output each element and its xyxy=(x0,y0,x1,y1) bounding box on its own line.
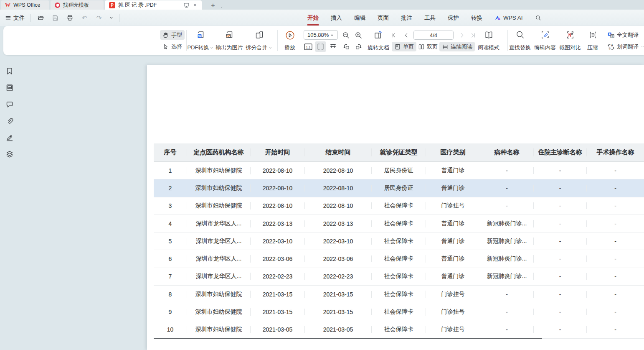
attachments-panel-icon[interactable] xyxy=(5,117,14,125)
table-cell: 2021-03-15 xyxy=(251,309,305,315)
export-image-button[interactable]: 输出为图片 xyxy=(216,30,243,52)
wps-ai-button[interactable]: WPS AI xyxy=(494,15,523,21)
table-cell: - xyxy=(534,326,587,333)
book-icon xyxy=(484,30,494,41)
close-tab-icon[interactable]: × xyxy=(193,2,198,8)
pdf-convert-label: PDF转换 xyxy=(188,44,209,51)
table-row: 6深圳市龙华区人...2022-03-062022-03-06社会保障卡普通门诊… xyxy=(154,250,644,268)
svg-text:A: A xyxy=(611,43,613,47)
read-mode-label: 阅读模式 xyxy=(478,44,499,51)
actual-size-button[interactable]: 1:1 xyxy=(302,41,314,52)
table-cell: 8 xyxy=(154,291,187,298)
tab-docer-templates[interactable]: 找稻壳模板 xyxy=(51,0,104,10)
screenshot-compare-button[interactable]: 截图对比 xyxy=(559,30,581,52)
table-cell: 2021-03-15 xyxy=(305,291,372,298)
previous-page-button[interactable] xyxy=(401,30,411,41)
zoom-out-button[interactable] xyxy=(340,30,352,41)
first-page-button[interactable] xyxy=(388,30,398,41)
table-row: 1深圳市妇幼保健院2022-08-102022-08-10居民身份证普通门诊--… xyxy=(154,162,644,179)
table-cell: 深圳市龙华区人... xyxy=(187,255,251,263)
table-cell: - xyxy=(534,255,587,262)
first-page-icon xyxy=(390,32,397,38)
fit-width-button[interactable] xyxy=(315,41,326,52)
menu-tab-page[interactable]: 页面 xyxy=(378,14,389,22)
page-indicator-input[interactable] xyxy=(414,31,453,39)
bookmarks-panel-icon[interactable] xyxy=(5,67,14,75)
split-merge-icon xyxy=(254,30,264,40)
tab-list-chevron-icon[interactable] xyxy=(219,5,224,10)
tab-document-pdf[interactable]: P 就 医 记 录 .PDF × xyxy=(105,0,202,10)
table-cell: - xyxy=(480,185,534,192)
select-tool-button[interactable]: 选择 xyxy=(160,42,185,51)
menu-tab-protect[interactable]: 保护 xyxy=(448,14,459,22)
menu-tab-comment[interactable]: 批注 xyxy=(401,14,412,22)
annotation-pen-panel-icon[interactable] xyxy=(5,133,14,142)
layers-panel-icon[interactable] xyxy=(5,150,14,158)
redo-icon[interactable]: ↷ xyxy=(94,13,104,23)
table-header-cell: 住院主诊断名称 xyxy=(534,148,587,156)
single-page-button[interactable]: 单页 xyxy=(392,42,416,51)
play-button[interactable]: 播放 xyxy=(284,30,295,52)
save-button[interactable] xyxy=(51,13,60,23)
word-translate-button[interactable]: A 字 划词翻译 xyxy=(605,42,644,51)
menu-search-icon[interactable] xyxy=(535,15,542,21)
table-cell: 2022-03-06 xyxy=(251,255,305,262)
menu-tab-tools[interactable]: 工具 xyxy=(424,14,436,22)
menu-tab-edit[interactable]: 编辑 xyxy=(354,14,365,22)
full-text-translate-button[interactable]: A 字 全文翻译 xyxy=(605,30,641,40)
menu-tab-convert[interactable]: 转换 xyxy=(471,14,482,22)
split-merge-button[interactable]: 拆分合并 xyxy=(246,30,272,52)
table-cell: 社会保障卡 xyxy=(372,308,426,316)
menu-tab-insert[interactable]: 插入 xyxy=(331,14,342,22)
svg-text:W: W xyxy=(198,35,201,38)
table-cell: - xyxy=(587,202,644,209)
table-row: 8深圳市妇幼保健院2021-03-152021-03-15社会保障卡门诊挂号--… xyxy=(154,286,644,303)
table-cell: 深圳市妇幼保健院 xyxy=(187,326,251,333)
pdf-convert-button[interactable]: W PDF转换 xyxy=(188,30,214,52)
table-cell: 10 xyxy=(154,326,187,333)
separator xyxy=(119,14,119,22)
table-cell: 2022-02-23 xyxy=(305,273,372,280)
file-menu-label: 文件 xyxy=(13,14,25,22)
zoom-in-button[interactable] xyxy=(352,30,364,41)
read-mode-button[interactable]: 阅读模式 xyxy=(476,30,501,52)
new-tab-button[interactable]: + xyxy=(209,1,217,10)
table-cell: 2021-03-05 xyxy=(305,326,372,333)
comments-panel-icon[interactable] xyxy=(5,100,14,109)
table-cell: 门诊挂号 xyxy=(426,291,480,298)
menu-tab-home[interactable]: 开始 xyxy=(307,14,319,22)
find-replace-button[interactable]: 查找替换 xyxy=(509,30,531,52)
rotate-left-button[interactable] xyxy=(341,41,352,52)
thumbnails-panel-icon[interactable] xyxy=(5,84,14,92)
open-file-button[interactable] xyxy=(36,13,45,23)
rotate-right-button[interactable] xyxy=(353,41,364,52)
table-row: 5深圳市龙华区人...2022-03-102022-03-10社会保障卡普通门诊… xyxy=(154,232,644,250)
table-cell: 普通门诊 xyxy=(426,167,480,174)
rotate-document-button[interactable]: 旋转文档 xyxy=(368,30,389,52)
table-row: 4深圳市龙华区人...2022-03-132022-03-13社会保障卡普通门诊… xyxy=(154,215,644,232)
select-tool-label: 选择 xyxy=(171,43,182,51)
table-cell: 2022-08-10 xyxy=(305,167,372,174)
table-cell: 7 xyxy=(154,273,187,280)
table-cell: 普通门诊 xyxy=(426,184,480,192)
edit-content-button[interactable]: 编辑内容 xyxy=(534,30,556,52)
monitor-icon[interactable] xyxy=(183,2,190,8)
quick-access-chevron-icon[interactable] xyxy=(109,15,114,20)
print-button[interactable] xyxy=(65,13,74,23)
zoom-level-input[interactable] xyxy=(307,32,330,38)
next-page-button[interactable] xyxy=(457,30,467,41)
fit-page-button[interactable] xyxy=(327,41,339,52)
chevron-down-icon xyxy=(641,45,644,49)
file-menu-button[interactable]: 文件 xyxy=(5,14,25,22)
table-header-cell: 结束时间 xyxy=(305,148,372,156)
compress-button[interactable]: 压缩 xyxy=(587,30,598,52)
hand-tool-button[interactable]: 手型 xyxy=(160,30,185,40)
tab-wps-office[interactable]: W WPS Office xyxy=(1,0,49,10)
continuous-reading-button[interactable]: 连续阅读 xyxy=(439,42,475,51)
undo-icon[interactable]: ↶ xyxy=(80,13,89,23)
tab-label: 就 医 记 录 .PDF xyxy=(118,2,157,9)
table-cell: 深圳市龙华区人... xyxy=(187,220,251,227)
zoom-level-combobox[interactable] xyxy=(304,30,338,40)
svg-text:字: 字 xyxy=(611,34,614,37)
page-indicator-field[interactable] xyxy=(413,31,454,40)
